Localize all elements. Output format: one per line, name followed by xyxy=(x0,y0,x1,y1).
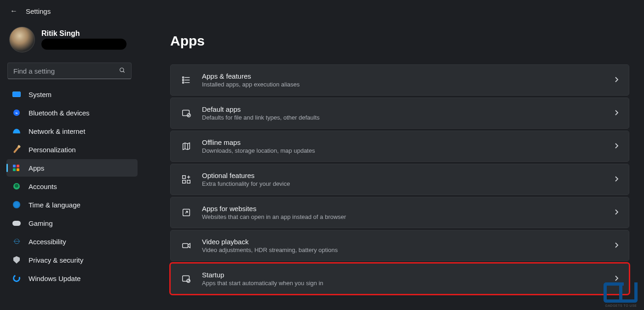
apps-icon xyxy=(12,163,21,172)
sidebar-item-network[interactable]: Network & internet xyxy=(6,122,138,140)
card-offline-maps[interactable]: Offline maps Downloads, storage location… xyxy=(170,131,629,162)
card-subtitle: Video adjustments, HDR streaming, batter… xyxy=(202,247,604,253)
card-text: Offline maps Downloads, storage location… xyxy=(202,138,604,154)
svg-rect-11 xyxy=(183,180,185,183)
map-icon xyxy=(181,141,192,152)
card-text: Apps for websites Websites that can open… xyxy=(202,205,604,220)
system-icon xyxy=(12,90,21,99)
startup-icon xyxy=(181,273,192,284)
card-title: Apps for websites xyxy=(202,205,604,212)
sidebar-item-label: Accounts xyxy=(29,183,57,190)
card-text: Default apps Defaults for file and link … xyxy=(202,105,604,121)
wu-icon xyxy=(12,274,21,283)
sidebar-item-bluetooth[interactable]: ⌁ Bluetooth & devices xyxy=(6,104,138,121)
sidebar-item-personalization[interactable]: Personalization xyxy=(6,141,138,158)
bt-icon: ⌁ xyxy=(12,108,21,117)
nav-list: System⌁ Bluetooth & devices Network & in… xyxy=(6,86,138,287)
access-icon: ⦵ xyxy=(12,237,21,246)
svg-rect-14 xyxy=(183,243,188,247)
card-text: Startup Apps that start automatically wh… xyxy=(202,271,604,287)
card-startup[interactable]: Startup Apps that start automatically wh… xyxy=(170,263,629,294)
card-video-playback[interactable]: Video playback Video adjustments, HDR st… xyxy=(170,230,629,261)
profile-name: Ritik Singh xyxy=(41,29,126,38)
sidebar-item-label: Time & language xyxy=(29,201,80,209)
card-subtitle: Extra functionality for your device xyxy=(202,180,604,187)
sidebar-item-label: System xyxy=(29,91,52,98)
priv-icon xyxy=(12,255,21,264)
video-icon xyxy=(181,240,192,251)
sidebar: Ritik Singh System⌁ Bluetooth & devices … xyxy=(6,27,138,287)
card-title: Video playback xyxy=(202,238,604,246)
search-field[interactable] xyxy=(13,67,119,75)
card-title: Apps & features xyxy=(202,72,604,80)
sidebar-item-label: Gaming xyxy=(29,219,53,227)
page-title: Apps xyxy=(170,33,629,49)
chevron-right-icon xyxy=(614,109,619,117)
chevron-right-icon xyxy=(614,209,619,217)
sidebar-item-label: Bluetooth & devices xyxy=(29,109,90,117)
card-subtitle: Apps that start automatically when you s… xyxy=(202,280,604,287)
sidebar-item-label: Accessibility xyxy=(29,238,66,246)
sidebar-item-gaming[interactable]: Gaming xyxy=(6,214,138,232)
svg-rect-12 xyxy=(187,180,190,183)
avatar xyxy=(9,27,35,52)
svg-rect-8 xyxy=(183,110,190,116)
card-title: Default apps xyxy=(202,105,604,113)
sidebar-item-label: Personalization xyxy=(29,146,76,154)
card-default-apps[interactable]: Default apps Defaults for file and link … xyxy=(170,98,629,129)
sidebar-item-apps[interactable]: Apps xyxy=(6,159,138,177)
chevron-right-icon xyxy=(614,275,619,283)
sidebar-item-privacy[interactable]: Privacy & security xyxy=(6,251,138,269)
pers-icon xyxy=(12,145,21,154)
chevron-right-icon xyxy=(614,76,619,84)
watermark-text: GADGETS TO USE xyxy=(604,304,638,307)
sidebar-item-label: Windows Update xyxy=(29,275,80,282)
profile-email-redacted xyxy=(41,39,126,50)
list-icon xyxy=(181,75,192,86)
card-text: Apps & features Installed apps, app exec… xyxy=(202,72,604,88)
card-apps-websites[interactable]: Apps for websites Websites that can open… xyxy=(170,197,629,228)
chevron-right-icon xyxy=(614,143,619,150)
card-optional-features[interactable]: Optional features Extra functionality fo… xyxy=(170,164,629,195)
card-title: Offline maps xyxy=(202,138,604,146)
card-subtitle: Defaults for file and link types, other … xyxy=(202,114,604,121)
sidebar-item-label: Network & internet xyxy=(29,127,85,135)
sidebar-item-update[interactable]: Windows Update xyxy=(6,270,138,287)
back-icon[interactable]: ← xyxy=(10,7,17,15)
sidebar-item-accessibility[interactable]: ⦵ Accessibility xyxy=(6,233,138,250)
card-subtitle: Websites that can open in an app instead… xyxy=(202,213,604,220)
card-text: Optional features Extra functionality fo… xyxy=(202,172,604,187)
settings-cards: Apps & features Installed apps, app exec… xyxy=(170,64,629,294)
acct-icon xyxy=(12,182,21,191)
sidebar-item-system[interactable]: System xyxy=(6,86,138,103)
default-icon xyxy=(181,108,192,119)
sidebar-item-label: Privacy & security xyxy=(29,256,83,264)
watermark: GADGETS TO USE xyxy=(604,282,638,306)
svg-point-0 xyxy=(120,68,124,71)
card-subtitle: Downloads, storage location, map updates xyxy=(202,147,604,154)
search-input[interactable] xyxy=(7,63,132,79)
chevron-right-icon xyxy=(614,242,619,250)
window-title: Settings xyxy=(26,7,51,15)
card-title: Optional features xyxy=(202,172,604,179)
sidebar-item-accounts[interactable]: Accounts xyxy=(6,178,138,195)
card-text: Video playback Video adjustments, HDR st… xyxy=(202,238,604,253)
sidebar-item-time[interactable]: Time & language xyxy=(6,196,138,213)
card-subtitle: Installed apps, app execution aliases xyxy=(202,81,604,88)
card-apps-features[interactable]: Apps & features Installed apps, app exec… xyxy=(170,64,629,96)
svg-rect-5 xyxy=(183,77,184,78)
sidebar-item-label: Apps xyxy=(29,164,44,172)
svg-rect-15 xyxy=(183,276,190,281)
profile-block[interactable]: Ritik Singh xyxy=(6,27,138,52)
search-icon xyxy=(119,67,126,75)
svg-rect-10 xyxy=(183,176,185,178)
svg-rect-6 xyxy=(183,80,184,81)
svg-rect-7 xyxy=(183,82,184,83)
card-title: Startup xyxy=(202,271,604,279)
main-content: Apps Apps & features Installed apps, app… xyxy=(170,33,629,294)
chevron-right-icon xyxy=(614,176,619,184)
plus-grid-icon xyxy=(181,174,192,185)
time-icon xyxy=(12,200,21,209)
topbar: ← Settings xyxy=(0,0,51,22)
svg-line-1 xyxy=(123,71,125,72)
